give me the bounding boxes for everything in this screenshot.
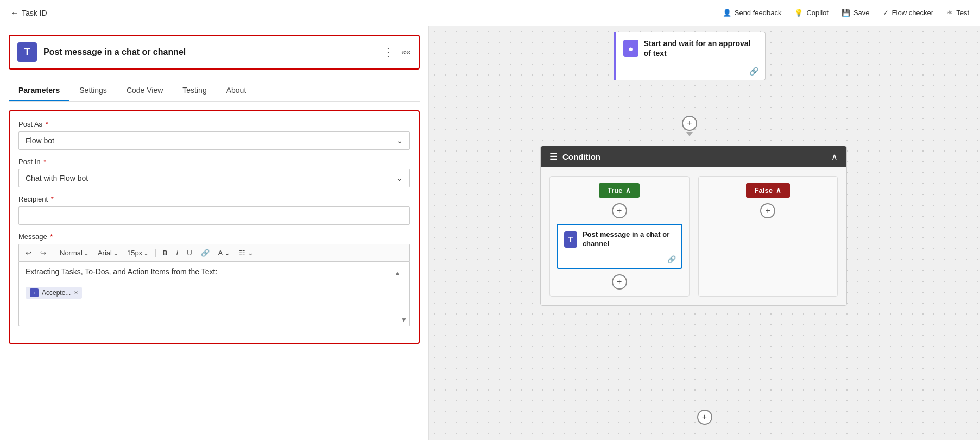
chevron-down-icon: ⌄ xyxy=(396,174,403,183)
bold-button[interactable]: B xyxy=(160,248,169,258)
message-text: Extracting Tasks, To-Dos, and Action Ite… xyxy=(26,267,217,276)
more-options-button[interactable]: ⋮ xyxy=(383,46,395,59)
true-branch: True ∧ + T Post message in a chat or cha… xyxy=(549,176,690,297)
false-branch: False ∧ + xyxy=(698,176,838,297)
condition-header: ☰ Condition ∧ xyxy=(541,146,846,167)
required-indicator: * xyxy=(43,120,48,128)
main-layout: T Post message in a chat or channel ⋮ ««… xyxy=(0,26,980,440)
flow-card-title: Post message in a chat or channel xyxy=(583,230,675,249)
flow-checker-button[interactable]: ✓ Flow checker xyxy=(883,9,934,17)
post-message-card[interactable]: T Post message in a chat or channel 🔗 xyxy=(557,224,682,269)
left-panel: T Post message in a chat or channel ⋮ ««… xyxy=(0,26,429,440)
condition-block: ☰ Condition ∧ True ∧ + xyxy=(540,146,847,306)
link-icon: 🔗 xyxy=(749,67,758,76)
true-branch-header[interactable]: True ∧ xyxy=(599,183,640,198)
font-chevron-icon: ⌄ xyxy=(113,249,118,257)
tab-about[interactable]: About xyxy=(217,80,256,101)
condition-collapse-button[interactable]: ∧ xyxy=(831,152,838,162)
message-field: Message * ↩ ↪ Normal ⌄ Arial ⌄ xyxy=(18,232,410,326)
tag-label: Accepte... xyxy=(42,289,71,297)
link-button[interactable]: 🔗 xyxy=(199,248,212,258)
condition-header-left: ☰ Condition xyxy=(549,152,600,162)
toolbar-separator xyxy=(155,249,156,257)
flow-card-header: T Post message in a chat or channel xyxy=(558,225,681,254)
message-editor[interactable]: Extracting Tasks, To-Dos, and Action Ite… xyxy=(18,261,410,326)
flow-canvas: ● Start and wait for an approval of text… xyxy=(429,26,980,440)
add-false-step-button[interactable]: + xyxy=(760,203,775,218)
send-feedback-button[interactable]: 👤 Send feedback xyxy=(723,9,782,17)
tab-parameters[interactable]: Parameters xyxy=(9,80,69,101)
flow-canvas-panel: ● Start and wait for an approval of text… xyxy=(429,26,980,440)
underline-button[interactable]: U xyxy=(185,248,194,258)
font-color-button[interactable]: A ⌄ xyxy=(216,248,233,258)
style-chevron-icon: ⌄ xyxy=(84,249,89,257)
style-dropdown[interactable]: Normal ⌄ xyxy=(58,248,91,258)
recipient-label: Recipient * xyxy=(18,195,410,203)
size-chevron-icon: ⌄ xyxy=(143,249,149,257)
collapse-button[interactable]: «« xyxy=(401,47,411,57)
post-as-field: Post As * Flow bot ⌄ xyxy=(18,120,410,150)
top-bar-right: 👤 Send feedback 💡 Copilot 💾 Save ✓ Flow … xyxy=(723,9,969,17)
flow-card-link-icon: 🔗 xyxy=(667,255,676,263)
recipient-field: Recipient * xyxy=(18,195,410,225)
top-bar-left: ← Task ID xyxy=(11,9,47,17)
bottom-divider xyxy=(9,353,420,353)
tab-testing[interactable]: Testing xyxy=(173,80,216,101)
action-header: T Post message in a chat or channel ⋮ «« xyxy=(9,35,420,70)
arrow-down-1 xyxy=(686,132,693,136)
approval-title: Start and wait for an approval of text xyxy=(644,39,757,58)
redo-button[interactable]: ↪ xyxy=(38,248,48,258)
tag-teams-icon: T xyxy=(30,288,39,297)
action-header-left: T Post message in a chat or channel xyxy=(17,42,186,62)
tag-chip: T Accepte... × xyxy=(26,287,82,299)
required-indicator: * xyxy=(48,232,53,241)
true-chevron-icon: ∧ xyxy=(625,186,631,194)
highlight-button[interactable]: ☷ ⌄ xyxy=(237,248,256,258)
flow-card-teams-icon: T xyxy=(564,231,577,248)
copilot-button[interactable]: 💡 Copilot xyxy=(794,9,828,17)
post-in-field: Post In * Chat with Flow bot ⌄ xyxy=(18,158,410,187)
scroll-up-button[interactable]: ▲ xyxy=(394,269,401,277)
required-indicator: * xyxy=(41,158,46,166)
true-label: True xyxy=(608,186,622,194)
required-indicator: * xyxy=(49,195,54,203)
size-dropdown[interactable]: 15px ⌄ xyxy=(125,248,151,258)
editor-toolbar: ↩ ↪ Normal ⌄ Arial ⌄ 15px ⌄ xyxy=(18,244,410,261)
approval-icon: ● xyxy=(623,40,638,57)
add-step-button-1[interactable]: + xyxy=(682,116,697,131)
false-label: False xyxy=(755,186,773,194)
page-title: Task ID xyxy=(22,9,47,17)
condition-icon: ☰ xyxy=(549,152,557,162)
undo-button[interactable]: ↩ xyxy=(23,248,34,258)
tag-close-button[interactable]: × xyxy=(74,289,78,297)
add-true-step-button[interactable]: + xyxy=(612,203,627,218)
tab-settings[interactable]: Settings xyxy=(69,80,117,101)
tab-code-view[interactable]: Code View xyxy=(117,80,173,101)
add-final-step-button[interactable]: + xyxy=(697,410,712,425)
save-icon: 💾 xyxy=(842,9,850,17)
recipient-input[interactable] xyxy=(18,206,410,225)
condition-title: Condition xyxy=(562,152,600,161)
flow-checker-icon: ✓ xyxy=(883,9,889,17)
save-button[interactable]: 💾 Save xyxy=(842,9,870,17)
false-branch-header[interactable]: False ∧ xyxy=(746,183,790,198)
test-icon: ⚛ xyxy=(946,9,953,17)
test-button[interactable]: ⚛ Test xyxy=(946,9,969,17)
post-in-dropdown[interactable]: Chat with Flow bot ⌄ xyxy=(18,169,410,187)
post-as-dropdown[interactable]: Flow bot ⌄ xyxy=(18,131,410,150)
post-as-label: Post As * xyxy=(18,120,410,128)
toolbar-separator xyxy=(53,249,53,257)
font-dropdown[interactable]: Arial ⌄ xyxy=(96,248,121,258)
copilot-icon: 💡 xyxy=(794,9,803,17)
approval-block[interactable]: ● Start and wait for an approval of text… xyxy=(614,32,766,80)
false-chevron-icon: ∧ xyxy=(776,186,781,194)
back-button[interactable]: ← Task ID xyxy=(11,9,47,17)
scroll-down-button[interactable]: ▼ xyxy=(401,316,407,324)
italic-button[interactable]: I xyxy=(174,248,181,258)
approval-block-header: ● Start and wait for an approval of text xyxy=(616,32,765,65)
top-bar: ← Task ID 👤 Send feedback 💡 Copilot 💾 Sa… xyxy=(0,0,980,26)
approval-footer: 🔗 xyxy=(616,65,765,80)
message-label: Message * xyxy=(18,232,410,241)
add-after-card-button[interactable]: + xyxy=(612,274,627,290)
form-area: Post As * Flow bot ⌄ Post In * Chat with… xyxy=(9,110,420,344)
